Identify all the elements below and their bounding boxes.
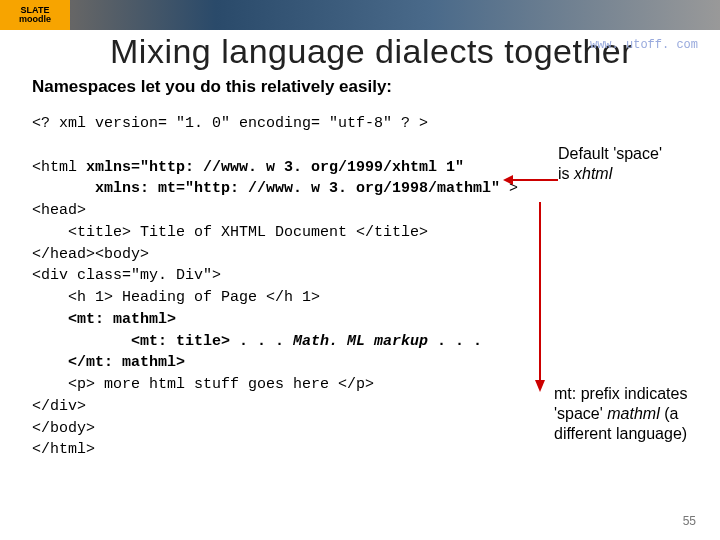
code-line: </body>: [32, 420, 95, 437]
code-line: <title> Title of XHTML Document </title>: [32, 224, 428, 241]
code-line: <html: [32, 159, 86, 176]
slide-subtitle: Namespaces let you do this relatively ea…: [32, 77, 720, 97]
url-watermark: www. utoff. com: [590, 38, 698, 52]
note-line: is: [558, 165, 574, 182]
code-line: <? xml version= "1. 0" encoding= "utf-8"…: [32, 115, 428, 132]
annotation-default-space: Default 'space' is xhtml: [558, 144, 708, 184]
code-line: <p> more html stuff goes here </p>: [32, 376, 374, 393]
code-line: <h 1> Heading of Page </h 1>: [32, 289, 320, 306]
note-line: (a: [660, 405, 679, 422]
code-line-bold: . . .: [428, 333, 482, 350]
code-line-bolditalic: Math. ML markup: [293, 333, 428, 350]
code-line-bold: <mt: mathml>: [32, 311, 176, 328]
annotation-mt-prefix: mt: prefix indicates 'space' mathml (a d…: [554, 384, 704, 444]
note-line: prefix indicates: [581, 385, 688, 402]
code-line-bold: xmlns="http: //www. w 3. org/1999/xhtml …: [86, 159, 464, 176]
note-line: Default 'space': [558, 145, 662, 162]
note-line: mt:: [554, 385, 581, 402]
code-line-bold: <mt: title> . . .: [32, 333, 293, 350]
brand-bottom: moodle: [19, 15, 51, 24]
brand-badge: SLATE moodle: [0, 0, 70, 30]
code-line-bold: </mt: mathml>: [32, 354, 185, 371]
code-line: >: [500, 180, 518, 197]
note-line-italic: mathml: [607, 405, 659, 422]
code-line-bold: xmlns: mt="http: //www. w 3. org/1998/ma…: [32, 180, 500, 197]
code-line: </head><body>: [32, 246, 149, 263]
note-line-italic: xhtml: [574, 165, 612, 182]
code-line: </html>: [32, 441, 95, 458]
note-line: different language): [554, 425, 687, 442]
top-banner: SLATE moodle: [0, 0, 720, 30]
code-line: </div>: [32, 398, 86, 415]
note-line: 'space': [554, 405, 607, 422]
page-number: 55: [683, 514, 696, 528]
code-line: <div class="my. Div">: [32, 267, 221, 284]
code-line: <head>: [32, 202, 86, 219]
